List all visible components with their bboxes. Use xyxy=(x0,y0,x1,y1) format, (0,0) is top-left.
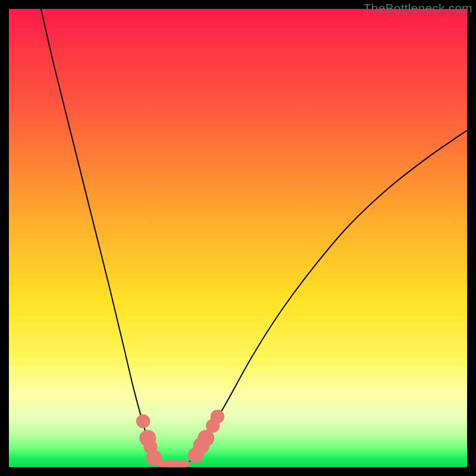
data-marker xyxy=(211,410,224,424)
data-marker xyxy=(146,450,162,465)
chart-svg xyxy=(9,9,467,467)
markers-group xyxy=(136,410,224,466)
valley-floor-pill xyxy=(158,461,190,468)
chart-frame xyxy=(9,9,467,467)
series-left-branch xyxy=(41,9,160,464)
series-right-branch xyxy=(187,130,467,464)
data-marker xyxy=(136,414,150,428)
watermark-text: TheBottleneck.com xyxy=(364,1,472,15)
